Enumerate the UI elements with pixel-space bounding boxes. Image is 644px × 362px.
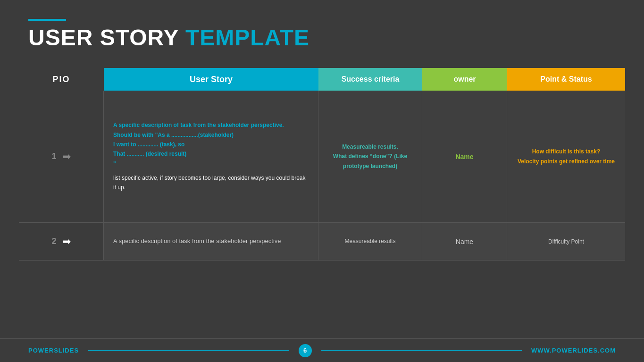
main-table: PIO User Story Success criteria owner Po… xyxy=(19,68,625,261)
td-user-story-1: A specific description of task from the … xyxy=(104,91,318,222)
user-story-content-1: A specific description of task from the … xyxy=(113,120,309,168)
table-row: 1 ➡ A specific description of task from … xyxy=(19,91,625,223)
row-number-1: 1 xyxy=(51,152,56,161)
td-pio-1: 1 ➡ xyxy=(19,91,104,222)
owner-name-2: Name xyxy=(456,238,473,245)
td-user-story-2: A specific description of task from the … xyxy=(104,223,318,260)
title-highlight: TEMPLATE xyxy=(185,25,309,50)
point-text-1: How difficult is this task? Velocity poi… xyxy=(518,147,615,166)
th-pio: PIO xyxy=(19,68,104,91)
footer: POWERSLIDES 6 WWW.POWERLIDES.COM xyxy=(0,338,644,362)
td-pio-2: 2 ➡ xyxy=(19,223,104,260)
row-number-2: 2 xyxy=(51,236,56,246)
td-success-1: Measureable results. What defines “done”… xyxy=(318,91,422,222)
td-owner-2: Name xyxy=(422,223,507,260)
td-point-status-2: Difficulty Point xyxy=(507,223,625,260)
th-point-status: Point & Status xyxy=(507,68,625,91)
td-point-status-1: How difficult is this task? Velocity poi… xyxy=(507,91,625,222)
td-owner-1: Name xyxy=(422,91,507,222)
th-user-story: User Story xyxy=(104,68,318,91)
table-row: 2 ➡ A specific description of task from … xyxy=(19,223,625,261)
presentation-slide: USER STORY TEMPLATE PIO User Story Succe… xyxy=(0,0,644,362)
table-header-row: PIO User Story Success criteria owner Po… xyxy=(19,68,625,91)
point-text-2: Difficulty Point xyxy=(548,238,584,245)
td-success-2: Measureable results xyxy=(318,223,422,260)
user-story-content-2: A specific description of task from the … xyxy=(113,236,281,246)
footer-line-left xyxy=(88,350,289,351)
owner-name-1: Name xyxy=(455,153,473,160)
title-white: USER STORY xyxy=(28,25,179,50)
header-accent-line xyxy=(28,19,66,21)
header: USER STORY TEMPLATE xyxy=(0,0,644,59)
brand-name: POWERSLIDES xyxy=(28,347,79,354)
page-number: 6 xyxy=(299,344,312,357)
th-success-criteria: Success criteria xyxy=(318,68,422,91)
th-owner: owner xyxy=(422,68,507,91)
success-text-2: Measureable results xyxy=(344,236,395,246)
arrow-right-icon: ➡ xyxy=(62,151,71,163)
website-url: WWW.POWERLIDES.COM xyxy=(531,347,616,354)
page-title: USER STORY TEMPLATE xyxy=(28,26,616,49)
success-text-1: Measureable results. What defines “done”… xyxy=(326,142,415,171)
user-story-note-1: list specific active, if story becomes t… xyxy=(113,173,309,193)
footer-line-right xyxy=(321,350,522,351)
arrow-right-icon-2: ➡ xyxy=(62,236,71,248)
